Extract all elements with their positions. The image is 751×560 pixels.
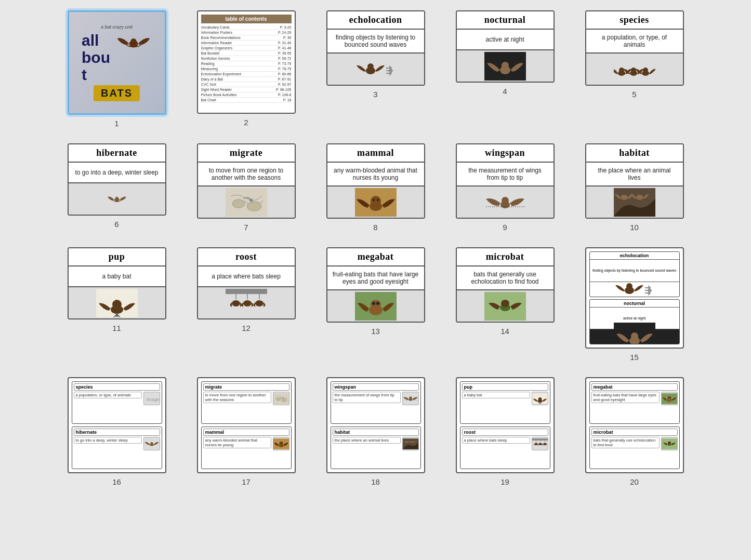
puzzle-def: the measurement of wings from tip to tip — [333, 392, 401, 403]
vocab-definition: a place where bats sleep — [198, 266, 295, 287]
card-vocab[interactable]: wingspan the measurement of wings from t… — [456, 143, 555, 219]
svg-rect-80 — [532, 438, 548, 441]
vocab-definition: a baby bat — [69, 266, 165, 287]
svg-point-68 — [409, 396, 412, 399]
toc-row: Graphic Organizers P. 41-48 — [201, 46, 292, 51]
toc-item-name: Echolocation Experiment — [201, 72, 241, 76]
card-wrapper-13: megabat fruit-eating bats that have larg… — [316, 247, 435, 362]
card-vocab[interactable]: echolocation finding objects by listenin… — [326, 10, 425, 86]
card-number-18: 18 — [371, 477, 380, 486]
cover-main-text: all bou t — [82, 32, 110, 83]
card-vocab[interactable]: pup a baby bat — [68, 247, 166, 319]
vocab-definition: to go into a deep, winter sleep — [69, 163, 165, 183]
card-number-4: 4 — [503, 87, 507, 96]
card-toc[interactable]: table of contents Vocabulary Cards P. 3-… — [197, 10, 296, 114]
card-cover[interactable]: a bat crazy unit all bou t BATS — [68, 10, 166, 115]
combo-img-noct — [590, 329, 679, 344]
combo-echo: echolocation finding objects by listenin… — [589, 251, 680, 297]
toc-row: Bat Booklet P. 49-55 — [201, 51, 292, 56]
puzzle-img — [143, 437, 160, 450]
puzzle-img — [661, 437, 678, 450]
puzzle-term: pup — [462, 383, 548, 391]
toc-item-name: Bat Chart — [201, 98, 217, 102]
puzzle-img — [402, 392, 419, 405]
puzzle-img — [273, 392, 289, 405]
card-number-3: 3 — [373, 90, 377, 99]
toc-item-page: P. 92-97 — [278, 83, 292, 86]
puzzle-pair-0: migrate to move from one region to anoth… — [201, 381, 292, 424]
vocab-image — [69, 183, 165, 215]
card-vocab[interactable]: microbat bats that generally use echoloc… — [456, 247, 555, 323]
card-wrapper-6: hibernate to go into a deep, winter slee… — [57, 143, 176, 232]
card-wrapper-18: wingspan the measurement of wings from t… — [316, 377, 435, 486]
toc-item-page: P. 106-8 — [278, 93, 292, 97]
card-number-10: 10 — [630, 223, 639, 232]
puzzle-term: microbat — [591, 429, 678, 436]
card-puzzle[interactable]: species a population, or type, of animal… — [68, 377, 166, 473]
svg-text:image: image — [147, 397, 160, 402]
card-puzzle[interactable]: megabat fruit-eating bats that have larg… — [585, 377, 684, 473]
card-vocab[interactable]: nocturnal active at night — [456, 10, 555, 83]
toc-row: Sight Word Reader P. 98-105 — [201, 88, 292, 92]
cover-title-badge: BATS — [94, 85, 140, 101]
puzzle-pair-1: hibernate to go into a deep, winter slee… — [72, 426, 162, 469]
card-vocab[interactable]: megabat fruit-eating bats that have larg… — [326, 247, 425, 323]
vocab-image — [457, 290, 554, 322]
card-wrapper-5: species a population, or type, of animal… — [575, 10, 694, 128]
puzzle-def: the place where an animal lives — [333, 437, 401, 444]
vocab-image — [198, 287, 295, 318]
toc-item-name: Sight Word Reader — [201, 88, 232, 91]
card-wrapper-15: echolocation finding objects by listenin… — [575, 247, 694, 362]
vocab-term: megabat — [327, 248, 424, 266]
card-puzzle[interactable]: pup a baby bat roost a place where bats … — [456, 377, 555, 473]
vocab-term: echolocation — [327, 11, 424, 30]
card-wrapper-20: megabat fruit-eating bats that have larg… — [575, 377, 694, 486]
svg-point-94 — [668, 441, 671, 444]
svg-point-31 — [112, 300, 122, 309]
card-number-5: 5 — [632, 90, 636, 99]
puzzle-img — [402, 437, 419, 450]
card-vocab[interactable]: species a population, or type, of animal… — [585, 10, 684, 86]
toc-item-page: P. 80-86 — [278, 72, 292, 76]
card-vocab[interactable]: migrate to move from one region to anoth… — [197, 143, 296, 219]
svg-point-72 — [411, 441, 414, 443]
puzzle-pair-0: wingspan the measurement of wings from t… — [331, 381, 421, 424]
card-number-8: 8 — [373, 223, 377, 232]
toc-item-name: Bat Booklet — [201, 51, 220, 55]
card-puzzle[interactable]: migrate to move from one region to anoth… — [197, 377, 296, 473]
puzzle-def: bats that generally use echolocation to … — [591, 437, 660, 448]
cover-content: a bat crazy unit all bou t BATS — [69, 12, 165, 113]
puzzle-img — [273, 437, 289, 450]
card-vocab[interactable]: habitat the place where an animal lives — [585, 143, 684, 219]
card-vocab[interactable]: roost a place where bats sleep — [197, 247, 296, 319]
toc-row: Book Recommendations P. 30 — [201, 36, 292, 41]
svg-point-75 — [538, 397, 542, 401]
puzzle-term: habitat — [333, 429, 419, 436]
toc-item-page: P. 98-105 — [276, 88, 291, 91]
vocab-term: pup — [69, 248, 165, 266]
card-vocab[interactable]: mammal any warm-blooded animal that nurs… — [326, 143, 425, 219]
combo-img-echo — [590, 282, 679, 297]
card-wrapper-16: species a population, or type, of animal… — [57, 377, 176, 486]
puzzle-pair-0: pup a baby bat — [460, 381, 550, 424]
puzzle-pair-1: microbat bats that generally use echoloc… — [589, 426, 680, 469]
vocab-image — [69, 287, 165, 318]
toc-row: Reading P. 73-79 — [201, 62, 292, 66]
svg-point-66 — [281, 443, 282, 444]
svg-point-20 — [371, 196, 381, 206]
svg-point-71 — [405, 441, 407, 443]
toc-item-name: Diary of a Bat — [201, 77, 223, 81]
card-wrapper-11: pup a baby bat 11 — [57, 247, 176, 362]
svg-point-64 — [279, 441, 283, 445]
svg-point-91 — [669, 397, 670, 398]
card-puzzle[interactable]: wingspan the measurement of wings from t… — [326, 377, 425, 473]
combo-noct: nocturnal active at night — [589, 299, 680, 345]
toc-item-name: Information Reader — [201, 41, 232, 45]
toc-item-name: Nonfiction Genres — [201, 57, 230, 60]
card-vocab[interactable]: hibernate to go into a deep, winter slee… — [68, 143, 166, 216]
svg-point-89 — [667, 396, 671, 399]
puzzle-def: fruit-eating bats that have large eyes a… — [591, 392, 660, 403]
card-combo[interactable]: echolocation finding objects by listenin… — [585, 247, 684, 349]
vocab-definition: any warm-blooded animal that nurses its … — [327, 163, 424, 186]
card-wrapper-1: a bat crazy unit all bou t BATS 1 — [57, 10, 176, 128]
